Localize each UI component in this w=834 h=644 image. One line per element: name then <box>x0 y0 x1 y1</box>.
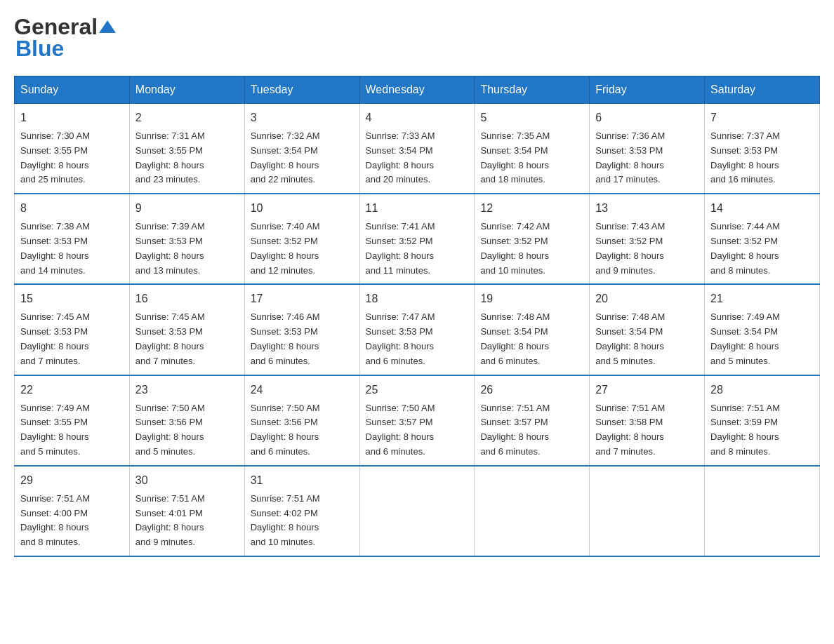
daylight-label: Daylight: 8 hours <box>251 522 319 532</box>
daylight-label: Daylight: 8 hours <box>366 160 435 170</box>
daylight-label: Daylight: 8 hours <box>710 341 779 351</box>
calendar-day-cell: 31 Sunrise: 7:51 AM Sunset: 4:02 PM Dayl… <box>244 466 359 556</box>
sunset-label: Sunset: 3:53 PM <box>135 236 203 246</box>
day-number: 28 <box>710 382 814 398</box>
calendar-week-row: 22 Sunrise: 7:49 AM Sunset: 3:55 PM Dayl… <box>15 375 820 466</box>
daylight-label: Daylight: 8 hours <box>20 250 89 261</box>
daylight-label: Daylight: 8 hours <box>135 160 204 170</box>
daylight-minutes: and 25 minutes. <box>20 174 86 185</box>
day-info: Sunrise: 7:50 AM Sunset: 3:56 PM Dayligh… <box>251 401 354 459</box>
sunset-label: Sunset: 3:53 PM <box>595 145 663 156</box>
calendar-day-cell: 25 Sunrise: 7:50 AM Sunset: 3:57 PM Dayl… <box>359 375 475 466</box>
day-info: Sunrise: 7:42 AM Sunset: 3:52 PM Dayligh… <box>480 220 583 278</box>
daylight-minutes: and 13 minutes. <box>135 265 201 276</box>
calendar-day-cell: 18 Sunrise: 7:47 AM Sunset: 3:53 PM Dayl… <box>359 284 475 375</box>
daylight-label: Daylight: 8 hours <box>710 431 779 442</box>
daylight-label: Daylight: 8 hours <box>135 341 204 351</box>
calendar-day-cell: 7 Sunrise: 7:37 AM Sunset: 3:53 PM Dayli… <box>705 104 820 194</box>
daylight-minutes: and 7 minutes. <box>20 356 80 366</box>
sunrise-label: Sunrise: 7:51 AM <box>480 403 550 413</box>
day-info: Sunrise: 7:38 AM Sunset: 3:53 PM Dayligh… <box>20 220 124 278</box>
sunset-label: Sunset: 3:54 PM <box>710 326 778 337</box>
day-number: 2 <box>135 109 239 126</box>
day-info: Sunrise: 7:32 AM Sunset: 3:54 PM Dayligh… <box>251 129 354 187</box>
daylight-label: Daylight: 8 hours <box>595 250 664 261</box>
sunset-label: Sunset: 3:53 PM <box>135 326 203 337</box>
day-info: Sunrise: 7:47 AM Sunset: 3:53 PM Dayligh… <box>366 310 469 368</box>
daylight-label: Daylight: 8 hours <box>480 431 549 442</box>
calendar-day-cell: 2 Sunrise: 7:31 AM Sunset: 3:55 PM Dayli… <box>129 104 244 194</box>
sunrise-label: Sunrise: 7:38 AM <box>20 221 90 232</box>
logo: General Blue <box>14 14 117 62</box>
daylight-minutes: and 8 minutes. <box>20 537 80 547</box>
day-info: Sunrise: 7:33 AM Sunset: 3:54 PM Dayligh… <box>366 129 469 187</box>
calendar-day-cell <box>475 466 590 556</box>
sunset-label: Sunset: 3:57 PM <box>366 417 433 427</box>
daylight-label: Daylight: 8 hours <box>595 431 664 442</box>
day-info: Sunrise: 7:37 AM Sunset: 3:53 PM Dayligh… <box>710 129 814 187</box>
sunrise-label: Sunrise: 7:46 AM <box>251 311 320 322</box>
day-number: 10 <box>251 200 354 217</box>
calendar-day-cell: 27 Sunrise: 7:51 AM Sunset: 3:58 PM Dayl… <box>590 375 705 466</box>
day-number: 12 <box>480 200 583 217</box>
sunrise-label: Sunrise: 7:51 AM <box>710 403 780 413</box>
day-info: Sunrise: 7:49 AM Sunset: 3:54 PM Dayligh… <box>710 310 814 368</box>
sunrise-label: Sunrise: 7:45 AM <box>135 311 205 322</box>
daylight-minutes: and 5 minutes. <box>710 356 770 366</box>
calendar-day-cell: 19 Sunrise: 7:48 AM Sunset: 3:54 PM Dayl… <box>475 284 590 375</box>
day-info: Sunrise: 7:51 AM Sunset: 4:01 PM Dayligh… <box>135 492 239 550</box>
calendar-day-cell: 13 Sunrise: 7:43 AM Sunset: 3:52 PM Dayl… <box>590 194 705 284</box>
sunrise-label: Sunrise: 7:41 AM <box>366 221 435 232</box>
day-info: Sunrise: 7:41 AM Sunset: 3:52 PM Dayligh… <box>366 220 469 278</box>
calendar-day-cell: 28 Sunrise: 7:51 AM Sunset: 3:59 PM Dayl… <box>705 375 820 466</box>
day-info: Sunrise: 7:39 AM Sunset: 3:53 PM Dayligh… <box>135 220 239 278</box>
day-number: 5 <box>480 109 583 126</box>
calendar-day-cell: 3 Sunrise: 7:32 AM Sunset: 3:54 PM Dayli… <box>244 104 359 194</box>
calendar-day-cell <box>359 466 475 556</box>
day-info: Sunrise: 7:30 AM Sunset: 3:55 PM Dayligh… <box>20 129 124 187</box>
daylight-minutes: and 6 minutes. <box>251 356 310 366</box>
sunset-label: Sunset: 3:54 PM <box>480 145 548 156</box>
day-number: 9 <box>135 200 239 217</box>
day-of-week-header: Tuesday <box>244 76 359 104</box>
day-number: 27 <box>595 382 699 398</box>
day-info: Sunrise: 7:46 AM Sunset: 3:53 PM Dayligh… <box>251 310 354 368</box>
daylight-minutes: and 12 minutes. <box>251 265 316 276</box>
day-number: 3 <box>251 109 354 126</box>
sunset-label: Sunset: 3:52 PM <box>251 236 318 246</box>
day-number: 22 <box>20 382 124 398</box>
day-of-week-header: Friday <box>590 76 705 104</box>
calendar-day-cell: 9 Sunrise: 7:39 AM Sunset: 3:53 PM Dayli… <box>129 194 244 284</box>
sunset-label: Sunset: 3:56 PM <box>135 417 203 427</box>
daylight-minutes: and 5 minutes. <box>20 446 80 457</box>
sunrise-label: Sunrise: 7:50 AM <box>135 403 205 413</box>
day-info: Sunrise: 7:51 AM Sunset: 3:58 PM Dayligh… <box>595 401 699 459</box>
sunset-label: Sunset: 3:55 PM <box>20 145 88 156</box>
daylight-minutes: and 8 minutes. <box>710 446 770 457</box>
sunset-label: Sunset: 3:53 PM <box>20 326 88 337</box>
day-number: 11 <box>366 200 469 217</box>
calendar-day-cell: 22 Sunrise: 7:49 AM Sunset: 3:55 PM Dayl… <box>15 375 130 466</box>
calendar-table: SundayMondayTuesdayWednesdayThursdayFrid… <box>14 76 820 557</box>
sunrise-label: Sunrise: 7:39 AM <box>135 221 205 232</box>
daylight-minutes: and 7 minutes. <box>595 446 655 457</box>
sunset-label: Sunset: 3:53 PM <box>20 236 88 246</box>
day-number: 4 <box>366 109 469 126</box>
calendar-day-cell: 24 Sunrise: 7:50 AM Sunset: 3:56 PM Dayl… <box>244 375 359 466</box>
day-info: Sunrise: 7:49 AM Sunset: 3:55 PM Dayligh… <box>20 401 124 459</box>
day-info: Sunrise: 7:43 AM Sunset: 3:52 PM Dayligh… <box>595 220 699 278</box>
daylight-label: Daylight: 8 hours <box>595 341 664 351</box>
sunrise-label: Sunrise: 7:44 AM <box>710 221 780 232</box>
sunset-label: Sunset: 3:52 PM <box>366 236 433 246</box>
calendar-week-row: 15 Sunrise: 7:45 AM Sunset: 3:53 PM Dayl… <box>15 284 820 375</box>
daylight-label: Daylight: 8 hours <box>251 341 319 351</box>
day-info: Sunrise: 7:44 AM Sunset: 3:52 PM Dayligh… <box>710 220 814 278</box>
daylight-label: Daylight: 8 hours <box>480 160 549 170</box>
daylight-label: Daylight: 8 hours <box>480 250 549 261</box>
day-number: 15 <box>20 290 124 307</box>
sunset-label: Sunset: 3:53 PM <box>251 326 318 337</box>
calendar-day-cell: 17 Sunrise: 7:46 AM Sunset: 3:53 PM Dayl… <box>244 284 359 375</box>
sunrise-label: Sunrise: 7:50 AM <box>251 403 320 413</box>
day-number: 1 <box>20 109 124 126</box>
calendar-day-cell: 15 Sunrise: 7:45 AM Sunset: 3:53 PM Dayl… <box>15 284 130 375</box>
